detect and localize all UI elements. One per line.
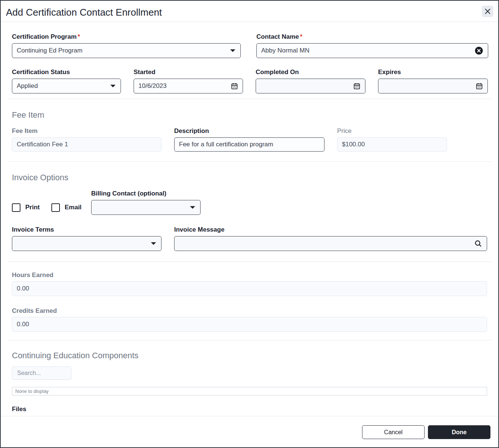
close-icon xyxy=(484,8,491,15)
expires-field-group: Expires xyxy=(378,69,488,93)
row-status-dates: Certification Status Applied Started 10/… xyxy=(12,69,487,93)
price-value-field: $100.00 xyxy=(337,137,447,152)
chevron-down-icon[interactable] xyxy=(150,242,157,245)
chevron-down-icon[interactable] xyxy=(189,206,196,209)
certification-status-label: Certification Status xyxy=(12,69,70,76)
completed-on-date-input[interactable] xyxy=(256,79,365,93)
hours-earned-field-group: Hours Earned 0.00 xyxy=(12,271,487,296)
credits-earned-value-field: 0.00 xyxy=(12,317,487,332)
row-program-contact: Certification Program* Continuing Ed Pro… xyxy=(12,33,487,58)
close-button[interactable] xyxy=(482,6,493,17)
hours-earned-label: Hours Earned xyxy=(12,271,53,279)
certification-program-select[interactable]: Continuing Ed Program xyxy=(12,43,241,58)
section-divider xyxy=(7,340,492,340)
contact-name-input[interactable] xyxy=(261,47,474,54)
email-checkbox[interactable] xyxy=(51,203,60,212)
billing-contact-label: Billing Contact (optional) xyxy=(91,190,201,197)
hours-earned-value: 0.00 xyxy=(17,285,29,292)
email-checkbox-group: Email xyxy=(51,200,81,215)
fee-item-value: Certification Fee 1 xyxy=(17,141,68,148)
dialog-title: Add Certification Contact Enrollment xyxy=(6,6,162,18)
certification-program-field-group: Certification Program* Continuing Ed Pro… xyxy=(12,33,241,58)
add-certification-contact-enrollment-dialog: Add Certification Contact Enrollment Cer… xyxy=(0,0,499,448)
calendar-icon[interactable] xyxy=(353,82,361,90)
expires-date-input[interactable] xyxy=(378,79,488,93)
contact-name-input-wrap xyxy=(256,43,488,58)
credits-earned-field-group: Credits Earned 0.00 xyxy=(12,307,487,332)
started-date-input[interactable]: 10/6/2023 xyxy=(134,79,243,93)
section-divider xyxy=(7,99,492,99)
invoice-message-input[interactable] xyxy=(179,240,474,247)
dialog-footer: Cancel Done xyxy=(1,416,498,447)
price-field-group: Price $100.00 xyxy=(337,127,447,152)
invoice-terms-row: Invoice Terms Invoice Message xyxy=(12,226,487,251)
required-asterisk: * xyxy=(78,34,80,40)
print-checkbox[interactable] xyxy=(12,203,20,212)
description-input-wrap xyxy=(174,137,324,152)
required-asterisk: * xyxy=(300,34,302,40)
email-checkbox-label: Email xyxy=(65,204,81,211)
section-divider xyxy=(7,161,492,162)
completed-on-label: Completed On xyxy=(256,69,299,76)
invoice-message-label: Invoice Message xyxy=(174,226,224,233)
started-field-group: Started 10/6/2023 xyxy=(134,69,243,93)
invoice-options-row: Print Email Billing Contact (optional) xyxy=(12,190,487,215)
fee-item-label: Fee Item xyxy=(12,127,38,134)
fee-item-field-group: Fee Item Certification Fee 1 xyxy=(12,127,161,152)
dialog-body: Certification Program* Continuing Ed Pro… xyxy=(1,22,498,416)
print-checkbox-label: Print xyxy=(25,204,40,211)
invoice-terms-field-group: Invoice Terms xyxy=(12,226,161,251)
certification-status-select[interactable]: Applied xyxy=(12,79,121,93)
chevron-down-icon[interactable] xyxy=(110,84,116,88)
contact-name-label: Contact Name xyxy=(256,33,299,40)
certification-program-value: Continuing Ed Program xyxy=(17,47,83,54)
components-search-input[interactable] xyxy=(16,369,67,377)
billing-contact-field-group: Billing Contact (optional) xyxy=(91,190,201,215)
cancel-button[interactable]: Cancel xyxy=(362,425,425,439)
dialog-header: Add Certification Contact Enrollment xyxy=(1,1,498,22)
description-label: Description xyxy=(174,127,209,134)
completed-on-field-group: Completed On xyxy=(256,69,365,93)
components-search-box xyxy=(12,366,71,380)
description-field-group: Description xyxy=(174,127,324,152)
started-date-value: 10/6/2023 xyxy=(138,82,167,90)
components-empty-message: None to display xyxy=(12,387,487,395)
section-divider xyxy=(7,261,492,262)
done-button[interactable]: Done xyxy=(428,425,490,439)
clear-circle-icon[interactable] xyxy=(474,46,483,55)
invoice-message-input-wrap xyxy=(174,236,487,251)
invoice-terms-label: Invoice Terms xyxy=(12,226,54,233)
price-value: $100.00 xyxy=(342,141,365,148)
continuing-education-section-heading: Continuing Education Components xyxy=(12,351,487,360)
credits-earned-value: 0.00 xyxy=(17,321,29,328)
chevron-down-icon[interactable] xyxy=(230,49,236,53)
calendar-icon[interactable] xyxy=(231,82,238,90)
files-heading: Files xyxy=(12,406,487,413)
price-label: Price xyxy=(337,127,352,134)
certification-status-field-group: Certification Status Applied xyxy=(12,69,121,93)
credits-earned-label: Credits Earned xyxy=(12,307,57,314)
invoice-terms-select[interactable] xyxy=(12,236,161,251)
expires-label: Expires xyxy=(378,69,401,76)
billing-contact-select[interactable] xyxy=(91,200,201,215)
description-input[interactable] xyxy=(179,141,320,148)
fee-item-row: Fee Item Certification Fee 1 Description… xyxy=(12,127,487,152)
hours-earned-value-field: 0.00 xyxy=(12,281,487,296)
search-icon[interactable] xyxy=(474,239,482,248)
contact-name-field-group: Contact Name* xyxy=(256,33,488,58)
invoice-message-field-group: Invoice Message xyxy=(174,226,487,251)
print-checkbox-group: Print xyxy=(12,200,40,215)
fee-item-section-heading: Fee Item xyxy=(12,110,487,120)
invoice-options-section-heading: Invoice Options xyxy=(12,173,487,182)
calendar-icon[interactable] xyxy=(476,82,483,90)
fee-item-value-field: Certification Fee 1 xyxy=(12,137,161,152)
started-label: Started xyxy=(134,69,156,76)
certification-program-label: Certification Program xyxy=(12,33,77,40)
certification-status-value: Applied xyxy=(17,82,38,90)
